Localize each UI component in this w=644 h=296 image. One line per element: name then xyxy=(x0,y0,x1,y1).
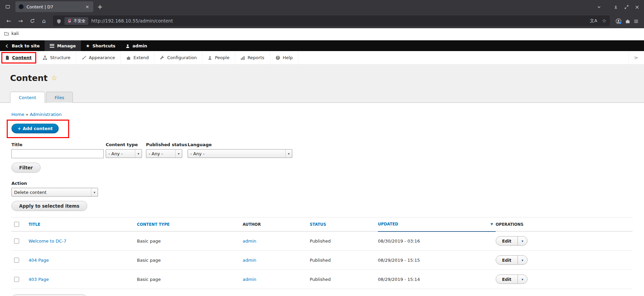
menu-label-help: Help xyxy=(283,55,293,60)
apply-to-selected-button-top[interactable]: Apply to selected items xyxy=(11,201,87,211)
bookmark-star-icon[interactable]: ☆ xyxy=(602,18,606,24)
chevron-down-icon: ▾ xyxy=(135,150,142,158)
edit-button[interactable]: Edit xyxy=(496,255,518,265)
back-icon[interactable]: ← xyxy=(3,15,14,26)
column-header-author: AUTHOR xyxy=(243,222,261,227)
window-menu-icon[interactable] xyxy=(3,2,12,11)
language-select[interactable]: - Any - ▾ xyxy=(188,149,292,158)
edit-dropdown-icon[interactable]: ▾ xyxy=(517,274,528,284)
maximize-icon[interactable] xyxy=(624,4,629,10)
menu-hamburger-icon[interactable] xyxy=(634,18,639,24)
row-updated: 08/29/2019 - 15:14 xyxy=(378,277,420,282)
tab-favicon xyxy=(18,4,24,9)
menu-item-reports[interactable]: Reports xyxy=(235,51,270,64)
menu-item-content[interactable]: Content xyxy=(0,51,37,64)
insecure-lock-icon xyxy=(67,18,72,24)
row-title-link[interactable]: 404 Page xyxy=(29,258,49,263)
row-author-link[interactable]: admin xyxy=(243,277,256,282)
shortcuts-star-icon: ★ xyxy=(86,44,90,48)
filter-form: Title Content type - Any - ▾ Published s… xyxy=(11,142,633,158)
url-text[interactable]: http://192.168.10.55/admin/content xyxy=(91,18,587,24)
edit-dropdown-icon[interactable]: ▾ xyxy=(517,255,528,265)
security-label: 不安全 xyxy=(73,18,86,24)
table-row: Welcome to DC-7 Basic page admin Publish… xyxy=(11,231,633,251)
row-title-link[interactable]: Welcome to DC-7 xyxy=(29,239,66,244)
reload-icon[interactable] xyxy=(27,15,38,26)
toolbar-manage[interactable]: Manage xyxy=(45,40,81,51)
row-checkbox[interactable] xyxy=(14,239,19,244)
column-header-updated[interactable]: UPDATED xyxy=(378,222,398,226)
breadcrumb-administration-link[interactable]: Administration xyxy=(30,112,62,117)
row-title-link[interactable]: 403 Page xyxy=(29,277,49,282)
sort-descending-icon[interactable]: ▼ xyxy=(491,222,493,226)
toolbar-collapse-icon[interactable] xyxy=(629,51,644,64)
row-author-link[interactable]: admin xyxy=(243,239,256,244)
tab-content[interactable]: Content xyxy=(10,92,45,103)
menu-item-extend[interactable]: Extend xyxy=(121,51,155,64)
forward-icon[interactable]: → xyxy=(15,15,26,26)
edit-button[interactable]: Edit xyxy=(496,274,518,284)
menu-item-configuration[interactable]: Configuration xyxy=(154,51,202,64)
translate-icon[interactable]: 文A xyxy=(590,18,597,24)
title-filter-input[interactable] xyxy=(11,149,104,158)
new-tab-button[interactable]: + xyxy=(95,2,105,11)
tab-files[interactable]: Files xyxy=(46,92,73,103)
toolbar-back-to-site[interactable]: Back to site xyxy=(0,40,45,51)
browser-tab[interactable]: Content | D7 × xyxy=(15,1,93,12)
extend-icon xyxy=(126,55,131,60)
back-to-site-icon xyxy=(5,43,9,48)
account-icon[interactable] xyxy=(615,17,622,24)
annotation-box-add-content: + Add content xyxy=(7,120,69,138)
security-indicator[interactable]: 不安全 xyxy=(64,17,88,25)
table-row: 403 Page Basic page admin Published 08/2… xyxy=(11,270,633,289)
row-author-link[interactable]: admin xyxy=(243,258,256,263)
apply-to-selected-button-bottom[interactable]: Apply to selected items xyxy=(11,294,87,296)
column-header-status[interactable]: STATUS xyxy=(310,222,326,227)
folder-icon xyxy=(4,31,9,36)
menu-item-help[interactable]: ? Help xyxy=(270,51,299,64)
tab-close-icon[interactable]: × xyxy=(84,4,90,10)
table-row: 404 Page Basic page admin Published 08/2… xyxy=(11,251,633,270)
menu-item-appearance[interactable]: Appearance xyxy=(76,51,121,64)
action-select[interactable]: Delete content ▾ xyxy=(11,188,98,197)
content-type-filter-label: Content type xyxy=(106,142,146,147)
bookmark-item-kali[interactable]: kali xyxy=(11,31,19,36)
column-header-content-type[interactable]: CONTENT TYPE xyxy=(137,222,169,227)
tab-title: Content | D7 xyxy=(27,4,82,9)
menu-label-people: People xyxy=(215,55,229,60)
column-header-title[interactable]: TITLE xyxy=(29,222,40,227)
title-filter-label: Title xyxy=(11,142,106,147)
toolbar-user[interactable]: admin xyxy=(120,40,152,51)
row-checkbox[interactable] xyxy=(14,277,19,282)
toolbar-shortcuts[interactable]: ★ Shortcuts xyxy=(81,40,120,51)
edit-dropdown-icon[interactable]: ▾ xyxy=(517,236,528,246)
language-filter-label: Language xyxy=(188,142,294,147)
menu-item-structure[interactable]: Structure xyxy=(37,51,76,64)
chevron-down-icon: ▾ xyxy=(175,150,182,158)
row-status: Published xyxy=(310,277,331,282)
add-content-button[interactable]: + Add content xyxy=(11,124,59,133)
tab-list-chevron-icon[interactable] xyxy=(597,4,601,10)
user-icon xyxy=(126,43,130,48)
row-checkbox[interactable] xyxy=(14,258,19,263)
drupal-admin-toolbar: Back to site Manage ★ Shortcuts admin xyxy=(0,40,644,51)
breadcrumb-home-link[interactable]: Home xyxy=(11,112,24,117)
url-bar[interactable]: 不安全 http://192.168.10.55/admin/content 文… xyxy=(53,15,610,26)
close-window-icon[interactable] xyxy=(635,4,639,10)
table-header-row: TITLE CONTENT TYPE AUTHOR STATUS UPDATED… xyxy=(11,217,633,231)
filter-button[interactable]: Filter xyxy=(11,163,41,173)
shield-icon[interactable] xyxy=(56,18,61,24)
select-all-checkbox[interactable] xyxy=(14,222,19,227)
published-status-select[interactable]: - Any - ▾ xyxy=(146,149,182,158)
structure-icon xyxy=(43,55,47,60)
home-icon[interactable]: ⌂ xyxy=(39,15,49,26)
edit-button[interactable]: Edit xyxy=(496,236,518,246)
extensions-icon[interactable] xyxy=(625,18,630,24)
breadcrumb-separator: » xyxy=(26,112,29,117)
row-content-type: Basic page xyxy=(137,239,161,244)
favorite-star-icon[interactable]: ☆ xyxy=(51,75,57,82)
minimize-icon[interactable] xyxy=(613,4,618,10)
content-type-select[interactable]: - Any - ▾ xyxy=(106,149,142,158)
menu-item-people[interactable]: People xyxy=(202,51,235,64)
breadcrumb: Home » Administration xyxy=(11,112,633,117)
